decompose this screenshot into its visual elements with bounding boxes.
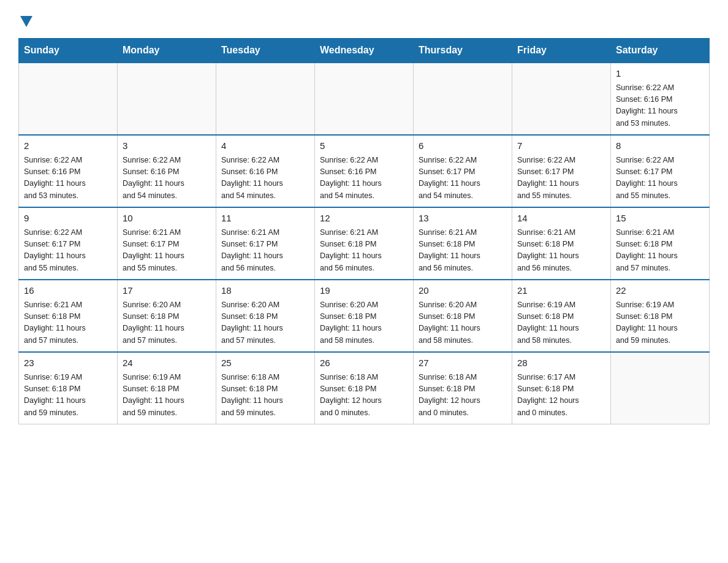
day-info: Sunrise: 6:20 AMSunset: 6:18 PMDaylight:… [320,299,408,347]
day-header-tuesday: Tuesday [216,39,315,63]
day-info: Sunrise: 6:22 AMSunset: 6:16 PMDaylight:… [320,155,408,202]
day-info: Sunrise: 6:19 AMSunset: 6:18 PMDaylight:… [517,299,605,347]
day-number: 14 [517,212,605,226]
day-info: Sunrise: 6:22 AMSunset: 6:17 PMDaylight:… [419,155,507,202]
calendar-cell [118,63,216,135]
day-info: Sunrise: 6:20 AMSunset: 6:18 PMDaylight:… [419,299,507,347]
day-info: Sunrise: 6:22 AMSunset: 6:17 PMDaylight:… [616,155,704,202]
day-info: Sunrise: 6:21 AMSunset: 6:17 PMDaylight:… [221,227,309,275]
calendar-cell: 14Sunrise: 6:21 AMSunset: 6:18 PMDayligh… [512,207,611,280]
week-row-4: 16Sunrise: 6:21 AMSunset: 6:18 PMDayligh… [19,280,710,352]
calendar-cell [315,63,414,135]
day-number: 17 [123,284,211,298]
day-number: 8 [616,139,704,153]
day-info: Sunrise: 6:18 AMSunset: 6:18 PMDaylight:… [320,372,408,419]
day-number: 20 [419,284,507,298]
calendar-cell: 19Sunrise: 6:20 AMSunset: 6:18 PMDayligh… [315,280,414,352]
day-number: 18 [221,284,309,298]
day-number: 16 [24,284,112,298]
day-number: 7 [517,139,605,153]
page-header [18,12,710,27]
day-number: 5 [320,139,408,153]
calendar-cell: 10Sunrise: 6:21 AMSunset: 6:17 PMDayligh… [118,207,216,280]
week-row-2: 2Sunrise: 6:22 AMSunset: 6:16 PMDaylight… [19,135,710,207]
day-info: Sunrise: 6:21 AMSunset: 6:18 PMDaylight:… [419,227,507,275]
day-number: 27 [419,356,507,370]
day-info: Sunrise: 6:22 AMSunset: 6:16 PMDaylight:… [24,155,112,202]
day-number: 6 [419,139,507,153]
calendar-cell: 24Sunrise: 6:19 AMSunset: 6:18 PMDayligh… [118,352,216,424]
logo [18,12,32,27]
calendar-cell: 9Sunrise: 6:22 AMSunset: 6:17 PMDaylight… [19,207,118,280]
calendar-cell: 27Sunrise: 6:18 AMSunset: 6:18 PMDayligh… [414,352,512,424]
calendar-cell [19,63,118,135]
day-number: 12 [320,212,408,226]
day-info: Sunrise: 6:21 AMSunset: 6:18 PMDaylight:… [616,227,704,275]
day-number: 19 [320,284,408,298]
calendar-cell: 12Sunrise: 6:21 AMSunset: 6:18 PMDayligh… [315,207,414,280]
week-row-5: 23Sunrise: 6:19 AMSunset: 6:18 PMDayligh… [19,352,710,424]
day-info: Sunrise: 6:18 AMSunset: 6:18 PMDaylight:… [221,372,309,419]
day-number: 11 [221,212,309,226]
day-number: 25 [221,356,309,370]
day-info: Sunrise: 6:22 AMSunset: 6:17 PMDaylight:… [517,155,605,202]
day-header-thursday: Thursday [414,39,512,63]
calendar-cell: 5Sunrise: 6:22 AMSunset: 6:16 PMDaylight… [315,135,414,207]
calendar-cell [414,63,512,135]
day-number: 24 [123,356,211,370]
day-info: Sunrise: 6:22 AMSunset: 6:16 PMDaylight:… [123,155,211,202]
calendar-cell: 26Sunrise: 6:18 AMSunset: 6:18 PMDayligh… [315,352,414,424]
calendar-table: SundayMondayTuesdayWednesdayThursdayFrid… [18,38,710,424]
day-number: 15 [616,212,704,226]
day-info: Sunrise: 6:17 AMSunset: 6:18 PMDaylight:… [517,372,605,419]
calendar-cell: 15Sunrise: 6:21 AMSunset: 6:18 PMDayligh… [611,207,710,280]
calendar-cell: 4Sunrise: 6:22 AMSunset: 6:16 PMDaylight… [216,135,315,207]
day-number: 13 [419,212,507,226]
day-header-sunday: Sunday [19,39,118,63]
day-info: Sunrise: 6:21 AMSunset: 6:17 PMDaylight:… [123,227,211,275]
week-row-1: 1Sunrise: 6:22 AMSunset: 6:16 PMDaylight… [19,63,710,135]
calendar-cell: 3Sunrise: 6:22 AMSunset: 6:16 PMDaylight… [118,135,216,207]
day-info: Sunrise: 6:22 AMSunset: 6:16 PMDaylight:… [616,82,704,130]
day-number: 10 [123,212,211,226]
calendar-cell [512,63,611,135]
day-number: 26 [320,356,408,370]
calendar-cell: 16Sunrise: 6:21 AMSunset: 6:18 PMDayligh… [19,280,118,352]
day-number: 2 [24,139,112,153]
day-info: Sunrise: 6:22 AMSunset: 6:17 PMDaylight:… [24,227,112,275]
calendar-header-row: SundayMondayTuesdayWednesdayThursdayFrid… [19,39,710,63]
day-number: 9 [24,212,112,226]
calendar-cell: 11Sunrise: 6:21 AMSunset: 6:17 PMDayligh… [216,207,315,280]
day-number: 23 [24,356,112,370]
calendar-cell: 2Sunrise: 6:22 AMSunset: 6:16 PMDaylight… [19,135,118,207]
day-header-friday: Friday [512,39,611,63]
day-info: Sunrise: 6:19 AMSunset: 6:18 PMDaylight:… [616,299,704,347]
day-number: 28 [517,356,605,370]
day-header-monday: Monday [118,39,216,63]
calendar-cell [611,352,710,424]
calendar-cell: 28Sunrise: 6:17 AMSunset: 6:18 PMDayligh… [512,352,611,424]
day-header-wednesday: Wednesday [315,39,414,63]
calendar-cell [216,63,315,135]
day-info: Sunrise: 6:21 AMSunset: 6:18 PMDaylight:… [517,227,605,275]
day-info: Sunrise: 6:20 AMSunset: 6:18 PMDaylight:… [221,299,309,347]
week-row-3: 9Sunrise: 6:22 AMSunset: 6:17 PMDaylight… [19,207,710,280]
calendar-cell: 18Sunrise: 6:20 AMSunset: 6:18 PMDayligh… [216,280,315,352]
day-header-saturday: Saturday [611,39,710,63]
calendar-cell: 21Sunrise: 6:19 AMSunset: 6:18 PMDayligh… [512,280,611,352]
calendar-cell: 23Sunrise: 6:19 AMSunset: 6:18 PMDayligh… [19,352,118,424]
calendar-cell: 6Sunrise: 6:22 AMSunset: 6:17 PMDaylight… [414,135,512,207]
day-info: Sunrise: 6:19 AMSunset: 6:18 PMDaylight:… [24,372,112,419]
calendar-cell: 8Sunrise: 6:22 AMSunset: 6:17 PMDaylight… [611,135,710,207]
day-info: Sunrise: 6:22 AMSunset: 6:16 PMDaylight:… [221,155,309,202]
day-info: Sunrise: 6:19 AMSunset: 6:18 PMDaylight:… [123,372,211,419]
day-number: 3 [123,139,211,153]
calendar-cell: 17Sunrise: 6:20 AMSunset: 6:18 PMDayligh… [118,280,216,352]
calendar-cell: 7Sunrise: 6:22 AMSunset: 6:17 PMDaylight… [512,135,611,207]
day-number: 22 [616,284,704,298]
logo-triangle-icon [20,16,32,27]
day-info: Sunrise: 6:18 AMSunset: 6:18 PMDaylight:… [419,372,507,419]
day-number: 21 [517,284,605,298]
day-number: 1 [616,67,704,81]
calendar-cell: 25Sunrise: 6:18 AMSunset: 6:18 PMDayligh… [216,352,315,424]
